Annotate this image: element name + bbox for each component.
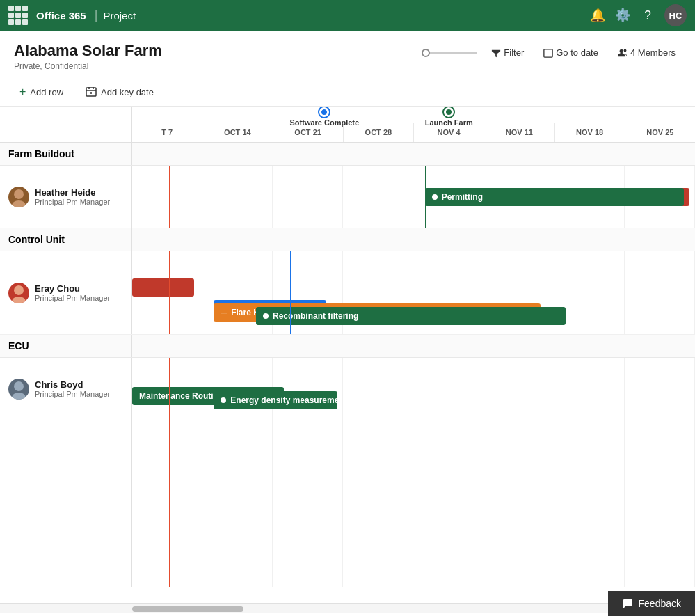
label-spacer [0,107,132,142]
svg-point-5 [12,200,26,207]
scroll-thumb[interactable] [132,606,243,612]
gear-icon[interactable]: ⚙️ [612,4,634,26]
person-info-chris: Chris Boyd Principal Pm Manager [8,379,123,400]
today-line [169,166,170,228]
section-name-farm-buildout: Farm Buildout [0,143,132,165]
bar-permitting[interactable]: Permitting [425,188,684,206]
svg-rect-0 [544,49,552,56]
app-launcher-icon[interactable] [8,6,28,25]
date-col-1: OCT 14 [202,123,273,142]
bar-dot-ecu [221,397,226,403]
milestone-dot-2 [444,107,454,117]
svg-point-9 [12,393,26,400]
project-title: Alabama Solar Farm [14,42,162,60]
filter-icon [491,48,501,58]
bar-energy-ecu[interactable]: Energy density measurement [214,391,337,409]
person-role-eray: Principal Pm Manager [35,294,110,302]
empty-rows [0,420,695,587]
scrubber-track[interactable] [422,52,477,54]
row-label-heather: Heather Heide Principal Pm Manager [0,166,132,228]
svg-point-1 [620,49,623,52]
person-details-heather: Heather Heide Principal Pm Manager [35,187,110,206]
project-header: Alabama Solar Farm Private, Confidential… [0,31,695,77]
avatar-heather [8,187,29,207]
bar-row-1 [132,278,695,297]
row-label-chris: Chris Boyd Principal Pm Manager [0,358,132,420]
project-subtitle: Private, Confidential [14,61,162,71]
members-button[interactable]: 4 Members [612,45,681,61]
person-name-chris: Chris Boyd [35,379,110,390]
person-details-chris: Chris Boyd Principal Pm Manager [35,379,110,398]
milestone-label-2: Launch Farm [425,118,473,127]
person-role-heather: Principal Pm Manager [35,198,110,206]
svg-point-8 [14,381,24,391]
milestone-label-1: Software Complete [290,118,360,127]
date-col-7: NOV 25 [625,123,695,142]
person-info-eray: Eray Chou Principal Pm Manager [8,283,123,303]
person-info-heather: Heather Heide Principal Pm Manager [8,187,123,207]
timeline-scrubber[interactable] [422,52,477,54]
feedback-label: Feedback [639,598,681,609]
help-icon[interactable]: ? [637,4,659,26]
add-key-date-button[interactable]: Add key date [80,84,159,100]
person-name-heather: Heather Heide [35,187,110,198]
gantt-row-chris: Chris Boyd Principal Pm Manager Maintena… [0,358,695,420]
date-columns-row: T 7 OCT 14 OCT 21 OCT 28 NOV 4 NOV 11 NO… [132,123,695,142]
gantt-body: Farm Buildout Heather Heide Principal Pm… [0,143,695,603]
timeline-header: Software Complete Launch Farm T 7 OCT 14… [0,107,695,143]
date-col-0: T 7 [132,123,202,142]
members-icon [618,48,628,58]
svg-point-2 [624,49,627,52]
gantt-bars-chris: Maintenance Routines Energy density meas… [132,358,695,420]
scrubber-knob[interactable] [422,49,430,57]
chat-icon [622,598,633,609]
section-header-bars-0 [132,143,695,165]
add-row-button[interactable]: + Add row [14,83,69,101]
gantt-bars-eray: Energy density measurement – Flare Handl… [132,251,695,334]
office365-label[interactable]: Office 365 [36,10,86,22]
empty-label [0,420,132,587]
today-line-3 [169,358,170,420]
today-line-empty [169,420,170,587]
person-details-eray: Eray Chou Principal Pm Manager [35,283,110,302]
bar-recombinant[interactable]: Recombinant filtering [256,307,566,325]
svg-point-7 [12,297,26,303]
milestone-vline-2 [425,166,426,228]
user-avatar[interactable]: HC [664,4,687,26]
bar-red-unlabeled[interactable] [132,278,194,297]
avatar-eray [8,283,29,303]
module-label: Project [103,10,136,22]
calendar-icon [543,48,553,58]
today-line-2 [169,251,170,334]
bar-dash-flare: – [221,306,227,319]
feedback-button[interactable]: Feedback [608,591,695,616]
milestone-launch-farm: Launch Farm [425,107,473,127]
toolbar: + Add row Add key date [0,77,695,107]
gantt-row-eray: Eray Chou Principal Pm Manager Energy [0,251,695,335]
bar-label-recombinant: Recombinant filtering [273,311,358,321]
bar-label-permitting: Permitting [442,192,483,202]
milestone-software-complete: Software Complete [290,107,360,127]
date-col-6: NOV 18 [555,123,625,142]
milestone-dot-1 [319,107,329,117]
main-content: Software Complete Launch Farm T 7 OCT 14… [0,107,695,613]
section-name-ecu: ECU [0,335,132,357]
date-col-5: NOV 11 [484,123,554,142]
row-label-eray: Eray Chou Principal Pm Manager [0,251,132,334]
svg-point-6 [14,285,24,295]
milestones-and-dates: Software Complete Launch Farm T 7 OCT 14… [132,107,695,142]
header-actions: Filter Go to date 4 Members [422,45,681,61]
section-ecu-header: ECU [0,335,695,358]
gantt-row-heather: Heather Heide Principal Pm Manager ! Onl… [0,166,695,228]
bar-dot-recombinant [263,313,269,319]
bottom-scrollbar[interactable] [0,603,695,613]
go-to-date-button[interactable]: Go to date [538,45,604,61]
bell-icon[interactable]: 🔔 [586,4,609,26]
key-date-icon [86,86,97,97]
gantt-bars-heather: ! Online Marketing Campaign Permitting [132,166,695,228]
section-control-unit-header: Control Unit [0,228,695,251]
filter-button[interactable]: Filter [486,45,529,61]
bar-dot-permitting [432,194,438,200]
svg-point-4 [14,189,24,199]
nav-divider: | [95,8,98,23]
